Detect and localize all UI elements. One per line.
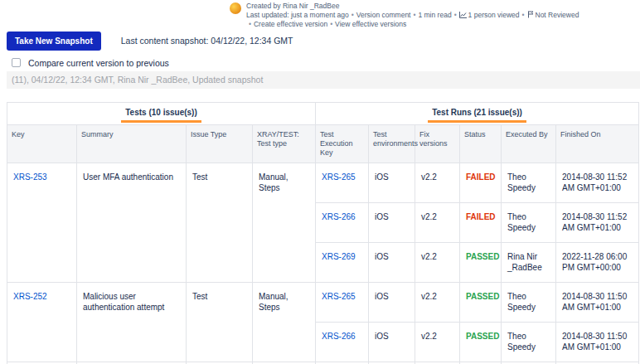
test-key-link[interactable]: XRS-253: [7, 163, 77, 282]
view-effective-versions-link[interactable]: View effective versions: [335, 20, 406, 28]
test-test-type: Manual, Steps: [253, 282, 316, 362]
col-header-summary: Summary: [77, 124, 187, 163]
snapshot-table: Tests (10 issue(s)) Test Runs (21 issue(…: [7, 102, 639, 364]
analytics-icon: [459, 12, 467, 21]
take-new-snapshot-button[interactable]: Take New Snapshot: [7, 32, 101, 51]
compare-row: Compare current version to previous: [12, 58, 640, 68]
last-snapshot-text: Last content snapshot: 04/12/22, 12:34 G…: [121, 36, 293, 46]
run-finished-on: 2022-11-28 06:00 PM GMT+00:00: [556, 242, 639, 282]
run-status: PASSED: [460, 322, 502, 362]
col-header-finished-on: Finished On: [556, 124, 639, 163]
run-key-link[interactable]: XRS-266: [316, 322, 369, 362]
separator-dot: •: [522, 11, 525, 19]
table-row: XRS-252 Malicious user authentication at…: [7, 282, 639, 322]
people-viewed-link[interactable]: 1 person viewed: [468, 11, 520, 19]
snapshot-info-text: (11), 04/12/22, 12:34 GMT, Rina Nir _Rad…: [12, 75, 263, 85]
col-header-key: Key: [7, 124, 77, 163]
tests-group-header: Tests (10 issue(s)): [121, 107, 201, 123]
run-key-link[interactable]: XRS-265: [316, 282, 369, 322]
version-comment-link[interactable]: Version comment: [356, 11, 411, 19]
col-header-fix-versions: Fix versions: [415, 124, 460, 163]
run-status: FAILED: [460, 163, 502, 202]
test-summary: Malicious user authentication attempt: [77, 282, 187, 362]
test-runs-group-cell: Test Runs (21 issue(s)): [316, 102, 639, 124]
run-fix-version: v2.2: [415, 242, 460, 282]
review-flag-icon: [527, 11, 534, 21]
run-status: PASSED: [460, 282, 502, 322]
run-environment: iOS: [369, 202, 415, 242]
separator-dot: •: [249, 20, 251, 28]
page-status-line: Last updated: just a moment ago•Version …: [246, 11, 579, 21]
run-executed-by: Theo Speedy: [502, 202, 556, 242]
col-header-issue-type: Issue Type: [187, 124, 253, 163]
compare-checkbox[interactable]: [12, 58, 21, 67]
col-header-executed-by: Executed By: [502, 124, 556, 163]
run-executed-by: Theo Speedy: [502, 322, 556, 362]
tests-group-cell: Tests (10 issue(s)): [7, 102, 316, 124]
snapshot-toolbar: Take New Snapshot Last content snapshot:…: [7, 32, 640, 51]
run-environment: iOS: [369, 163, 415, 202]
run-key-link[interactable]: XRS-265: [316, 163, 369, 202]
test-key-link[interactable]: XRS-252: [7, 282, 77, 362]
run-status: PASSED: [460, 242, 502, 282]
run-environment: iOS: [369, 242, 415, 282]
run-fix-version: v2.2: [415, 322, 460, 362]
table-row: XRS-253 User MFA authentication Test Man…: [7, 163, 639, 202]
separator-dot: •: [413, 11, 415, 19]
run-key-link[interactable]: XRS-269: [316, 242, 369, 282]
test-test-type: Manual, Steps: [253, 163, 316, 282]
separator-dot: •: [330, 20, 332, 28]
test-summary: User MFA authentication: [77, 163, 187, 282]
create-effective-version-link[interactable]: Create effective version: [254, 20, 327, 28]
avatar[interactable]: [230, 2, 241, 14]
separator-dot: •: [352, 11, 354, 19]
review-status-text: Not Reviewed: [536, 11, 579, 19]
read-time-text: 1 min read: [418, 11, 451, 19]
test-issue-type: Test: [187, 163, 253, 282]
test-runs-group-header: Test Runs (21 issue(s)): [428, 107, 526, 123]
col-header-test-type: XRAY/TEST: Test type: [253, 124, 316, 163]
run-fix-version: v2.2: [415, 282, 460, 322]
run-environment: iOS: [369, 282, 415, 322]
run-finished-on: 2014-08-30 11:50 AM GMT+01:00: [556, 322, 639, 362]
snapshot-info-bar: (11), 04/12/22, 12:34 GMT, Rina Nir _Rad…: [7, 71, 640, 89]
test-issue-type: Test: [187, 282, 253, 362]
run-executed-by: Theo Speedy: [502, 163, 556, 202]
run-executed-by: Rina Nir _RadBee: [502, 242, 556, 282]
col-header-environments: Test environments: [369, 124, 415, 163]
group-header-row: Tests (10 issue(s)) Test Runs (21 issue(…: [7, 102, 639, 124]
column-header-row: Key Summary Issue Type XRAY/TEST: Test t…: [7, 124, 639, 163]
created-by-text: Created by Rina Nir _RadBee: [246, 2, 579, 11]
run-finished-on: 2014-08-30 11:52 AM GMT+01:00: [556, 202, 639, 242]
metadata-lines: Created by Rina Nir _RadBee Last updated…: [246, 2, 579, 29]
col-header-exec-key: Test Execution Key: [316, 124, 369, 163]
last-updated-text: Last updated: just a moment ago: [246, 11, 349, 19]
compare-label: Compare current version to previous: [28, 58, 169, 68]
run-executed-by: Theo Speedy: [502, 282, 556, 322]
effective-version-line: •Create effective version•View effective…: [246, 20, 579, 29]
separator-dot: •: [454, 11, 457, 19]
run-fix-version: v2.2: [415, 202, 460, 242]
page-metadata: Created by Rina Nir _RadBee Last updated…: [0, 0, 640, 29]
run-status: FAILED: [460, 202, 502, 242]
run-finished-on: 2014-08-30 11:50 AM GMT+01:00: [556, 282, 639, 322]
run-key-link[interactable]: XRS-266: [316, 202, 369, 242]
col-header-status: Status: [460, 124, 502, 163]
run-fix-version: v2.2: [415, 163, 460, 202]
run-environment: iOS: [369, 322, 415, 362]
run-finished-on: 2014-08-30 11:52 AM GMT+01:00: [556, 163, 639, 202]
